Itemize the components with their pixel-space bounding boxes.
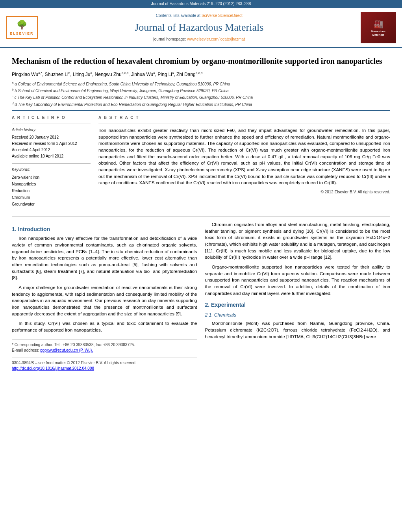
journal-citation: Journal of Hazardous Materials 219–220 (… xyxy=(151,2,251,6)
revised-date: Received in revised form 3 April 2012 xyxy=(12,141,91,147)
elsevier-tree-icon: 🌳 xyxy=(10,19,34,31)
article-container: Mechanism of the reduction of hexavalent… xyxy=(0,48,402,380)
footer-info: 0304-3894/$ – see front matter © 2012 El… xyxy=(12,358,197,372)
section21-text: Montmorillonite (Mont) was purchased fro… xyxy=(205,320,391,340)
cover-smoke-icon: 🏭 xyxy=(374,19,383,30)
keywords-label: Keywords: xyxy=(12,167,91,172)
keyword-1: Zero-valent iron xyxy=(12,174,91,181)
sciverse-link[interactable]: SciVerse ScienceDirect xyxy=(202,13,243,18)
abstract-paragraph: Iron nanoparticles exhibit greater react… xyxy=(98,127,390,186)
body-section: 1. Introduction Iron nanoparticles are v… xyxy=(12,221,390,372)
corresponding-footnote: * Corresponding author. Tel.: +86 20 393… xyxy=(12,342,197,348)
email-link[interactable]: pppxwu@scut.edu.cn (P. Wu). xyxy=(40,348,93,352)
right-para-1: Chromium originates from alloys and stee… xyxy=(205,221,391,261)
abstract-text: Iron nanoparticles exhibit greater react… xyxy=(98,127,390,186)
journal-title-area: Contents lists available at SciVerse Sci… xyxy=(38,13,361,42)
journal-main-title: Journal of Hazardous Materials xyxy=(46,20,353,35)
intro-para-2: A major challenge for groundwater remedi… xyxy=(12,284,197,317)
info-abstract-section: A R T I C L E I N F O Article history: R… xyxy=(12,115,390,211)
email-footnote: E-mail address: pppxwu@scut.edu.cn (P. W… xyxy=(12,348,197,354)
cover-title: HazardousMaterials xyxy=(371,30,385,37)
section2-heading: 2. Experimental xyxy=(205,301,391,309)
affiliation-d: d d The Key Laboratory of Environmental … xyxy=(12,102,390,107)
affiliation-a: a a College of Environmental Science and… xyxy=(12,81,390,87)
keywords-divider xyxy=(12,163,91,164)
abstract-panel: A B S T R A C T Iron nanoparticles exhib… xyxy=(98,115,390,211)
history-label: Article history: xyxy=(12,127,91,133)
header-divider xyxy=(12,110,390,111)
authors-line: Pingxiao Wua,*, Shuzhen Lib, Liting Jua,… xyxy=(12,71,390,78)
received-date: Received 20 January 2012 xyxy=(12,134,91,141)
affiliation-b: b b School of Chemical and Environmental… xyxy=(12,88,390,93)
abstract-divider xyxy=(98,124,390,124)
keywords-section: Keywords: Zero-valent iron Nanoparticles… xyxy=(12,167,91,208)
journal-citation-bar: Journal of Hazardous Materials 219–220 (… xyxy=(0,0,402,8)
doi-link[interactable]: http://dx.doi.org/10.1016/j.jhazmat.2012… xyxy=(12,366,94,371)
online-date: Available online 10 April 2012 xyxy=(12,153,91,159)
body-divider xyxy=(12,216,390,217)
article-history: Article history: Received 20 January 201… xyxy=(12,127,91,159)
accepted-date: Accepted 4 April 2012 xyxy=(12,147,91,153)
affiliations: a a College of Environmental Science and… xyxy=(12,81,390,107)
sciverse-line: Contents lists available at SciVerse Sci… xyxy=(46,13,353,19)
footnote-area: * Corresponding author. Tel.: +86 20 393… xyxy=(12,339,197,354)
section1-heading: 1. Introduction xyxy=(12,225,197,233)
copyright-notice: © 2012 Elsevier B.V. All rights reserved… xyxy=(98,189,390,195)
doi-line: http://dx.doi.org/10.1016/j.jhazmat.2012… xyxy=(12,366,197,372)
elsevier-label: ELSEVIER xyxy=(10,31,34,36)
keyword-4: Chromium xyxy=(12,194,91,201)
journal-homepage: journal homepage: www.elsevier.com/locat… xyxy=(46,37,353,42)
article-info-panel: A R T I C L E I N F O Article history: R… xyxy=(12,115,91,211)
issn-line: 0304-3894/$ – see front matter © 2012 El… xyxy=(12,360,197,366)
article-title: Mechanism of the reduction of hexavalent… xyxy=(12,56,390,66)
body-left-col: 1. Introduction Iron nanoparticles are v… xyxy=(12,221,197,372)
keyword-5: Groundwater xyxy=(12,201,91,208)
right-para-2: Organo-montmorillonite supported iron na… xyxy=(205,264,391,297)
keyword-2: Nanoparticles xyxy=(12,181,91,187)
article-info-label: A R T I C L E I N F O xyxy=(12,115,91,120)
keyword-3: Reduction xyxy=(12,187,91,194)
intro-para-3: In this study, Cr(VI) was chosen as a ty… xyxy=(12,320,197,333)
body-right-col: Chromium originates from alloys and stee… xyxy=(205,221,391,372)
journal-header: 🌳 ELSEVIER Contents lists available at S… xyxy=(0,8,402,48)
abstract-label: A B S T R A C T xyxy=(98,115,390,120)
article-info-divider xyxy=(12,124,91,124)
homepage-url[interactable]: www.elsevier.com/locate/jhazmat xyxy=(187,37,245,41)
intro-para-1: Iron nanoparticles are very effective fo… xyxy=(12,235,197,281)
section21-heading: 2.1. Chemicals xyxy=(205,312,391,319)
elsevier-logo: 🌳 ELSEVIER xyxy=(6,16,38,39)
affiliation-c: c c The Key Lab of Pollution Control and… xyxy=(12,95,390,100)
journal-cover-image: 🏭 HazardousMaterials xyxy=(361,12,396,43)
